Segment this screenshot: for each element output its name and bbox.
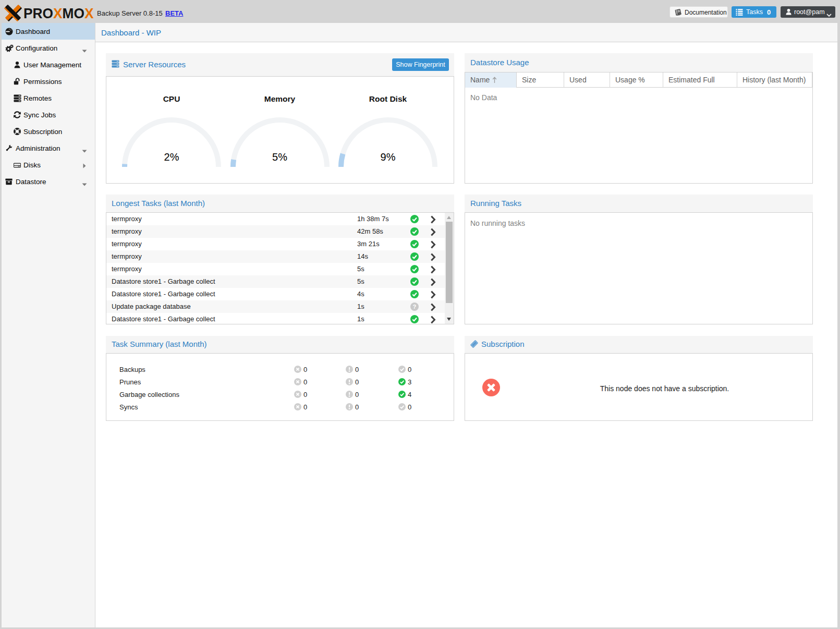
svg-text:?: ? — [413, 304, 417, 310]
